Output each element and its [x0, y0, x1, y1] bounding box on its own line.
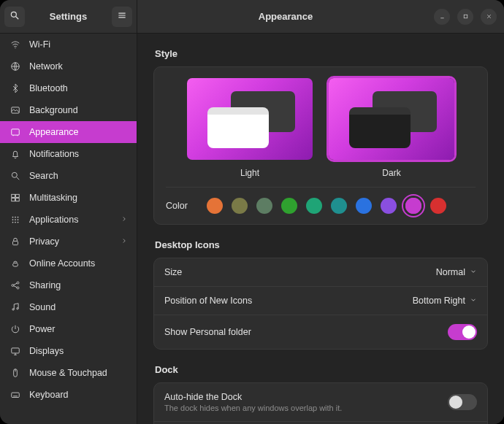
settings-window: Settings Appearance Wi-FiNetworkBluetoot… — [0, 0, 504, 424]
search-button[interactable] — [4, 7, 25, 27]
appearance-icon — [9, 127, 22, 137]
svg-rect-16 — [16, 194, 20, 197]
sidebar-item-search[interactable]: Search — [0, 165, 137, 187]
row-icon-size-label: Size — [164, 267, 436, 277]
preview-dark — [327, 76, 457, 162]
minimize-button[interactable] — [434, 9, 450, 25]
sidebar-item-background[interactable]: Background — [0, 99, 137, 121]
privacy-icon — [9, 236, 22, 247]
style-heading: Style — [155, 48, 488, 59]
search-icon — [9, 10, 20, 23]
close-icon — [486, 11, 492, 22]
sidebar-item-notifications[interactable]: Notifications — [0, 143, 137, 165]
sidebar-item-sharing[interactable]: Sharing — [0, 274, 137, 296]
app-title: Settings — [31, 11, 106, 22]
sidebar-item-label: Bluetooth — [29, 83, 128, 93]
wifi-icon — [9, 39, 22, 50]
sidebar-item-label: Power — [29, 324, 128, 334]
color-swatch-red[interactable] — [430, 198, 446, 214]
sidebar-item-label: Background — [29, 105, 128, 115]
sidebar-item-label: Network — [29, 61, 128, 72]
svg-point-32 — [12, 309, 14, 310]
icon-position-dropdown[interactable]: Bottom Right — [413, 296, 477, 306]
desktop-icons-heading: Desktop Icons — [155, 239, 488, 250]
color-swatch-magenta[interactable] — [405, 198, 421, 214]
close-button[interactable] — [481, 9, 497, 25]
chevron-right-icon — [121, 236, 128, 247]
sound-icon — [9, 302, 22, 312]
search-icon — [9, 171, 22, 181]
header-left: Settings — [0, 0, 137, 33]
color-swatch-green[interactable] — [281, 198, 297, 214]
dock-panel: Auto-hide the Dock The dock hides when a… — [153, 382, 488, 424]
svg-rect-28 — [13, 241, 18, 244]
keyboard-icon — [9, 390, 22, 400]
maximize-button[interactable] — [457, 9, 473, 25]
svg-point-22 — [12, 219, 14, 220]
svg-point-13 — [12, 172, 17, 177]
sidebar-item-label: Online Accounts — [29, 258, 128, 269]
show-personal-switch[interactable] — [448, 324, 477, 340]
sidebar-item-bluetooth[interactable]: Bluetooth — [0, 77, 137, 99]
svg-point-33 — [17, 308, 18, 309]
svg-point-27 — [18, 222, 19, 223]
sidebar-item-network[interactable]: Network — [0, 55, 137, 77]
style-panel: Light Dark Color — [153, 66, 488, 225]
sidebar-item-keyboard[interactable]: Keyboard — [0, 384, 137, 406]
row-panel-mode: Panel mode The dock extends to the scree… — [154, 421, 487, 424]
sidebar-item-label: Keyboard — [29, 390, 128, 400]
svg-rect-15 — [12, 194, 15, 197]
sidebar-item-sound[interactable]: Sound — [0, 296, 137, 318]
window-controls — [434, 9, 504, 25]
background-icon — [9, 105, 22, 115]
mouse-icon — [9, 368, 22, 378]
sidebar-item-multitasking[interactable]: Multitasking — [0, 187, 137, 209]
row-autohide-sub: The dock hides when any windows overlap … — [164, 404, 448, 412]
dock-heading: Dock — [155, 364, 488, 375]
chevron-down-icon — [470, 296, 477, 306]
svg-point-26 — [15, 222, 16, 223]
color-swatch-cyan[interactable] — [331, 198, 347, 214]
sidebar-item-power[interactable]: Power — [0, 318, 137, 340]
menu-button[interactable] — [112, 7, 132, 27]
row-icon-size[interactable]: Size Normal — [154, 258, 487, 286]
sidebar-item-applications[interactable]: Applications — [0, 209, 137, 231]
sidebar-item-appearance[interactable]: Appearance — [0, 121, 137, 143]
color-swatch-purple[interactable] — [381, 198, 397, 214]
icon-size-value: Normal — [436, 267, 465, 277]
color-swatch-orange[interactable] — [207, 198, 223, 214]
content-pane[interactable]: Style Light Dark — [137, 34, 504, 424]
sidebar-item-online-accounts[interactable]: Online Accounts — [0, 253, 137, 274]
sidebar-item-mouse[interactable]: Mouse & Touchpad — [0, 362, 137, 384]
color-swatch-sage[interactable] — [256, 198, 272, 214]
color-swatch-blue[interactable] — [356, 198, 372, 214]
applications-icon — [9, 215, 22, 225]
svg-point-0 — [11, 12, 16, 17]
sidebar-item-label: Displays — [29, 346, 128, 356]
sidebar-item-displays[interactable]: Displays — [0, 340, 137, 362]
multitasking-icon — [9, 193, 22, 203]
style-option-dark[interactable]: Dark — [327, 76, 457, 178]
sidebar-item-label: Wi-Fi — [29, 39, 128, 50]
color-swatch-teal[interactable] — [306, 198, 322, 214]
sidebar-item-wifi[interactable]: Wi-Fi — [0, 34, 137, 55]
sidebar-item-label: Sound — [29, 302, 128, 312]
row-autohide: Auto-hide the Dock The dock hides when a… — [154, 383, 487, 421]
style-previews: Light Dark — [166, 76, 476, 178]
chevron-right-icon — [121, 215, 128, 225]
autohide-switch[interactable] — [448, 394, 477, 410]
color-swatch-olive[interactable] — [232, 198, 248, 214]
sidebar-item-label: Appearance — [29, 127, 128, 137]
svg-point-23 — [15, 219, 16, 220]
hamburger-icon — [117, 10, 127, 23]
style-option-light[interactable]: Light — [185, 76, 315, 178]
icon-size-dropdown[interactable]: Normal — [436, 267, 477, 277]
row-icon-position-label: Position of New Icons — [164, 296, 413, 306]
svg-point-21 — [18, 217, 19, 218]
notifications-icon — [9, 149, 22, 159]
sidebar-item-privacy[interactable]: Privacy — [0, 231, 137, 253]
sidebar-item-label: Applications — [29, 215, 113, 225]
accent-color-row: Color — [166, 187, 476, 214]
row-icon-position[interactable]: Position of New Icons Bottom Right — [154, 286, 487, 315]
sidebar-item-label: Sharing — [29, 280, 128, 290]
